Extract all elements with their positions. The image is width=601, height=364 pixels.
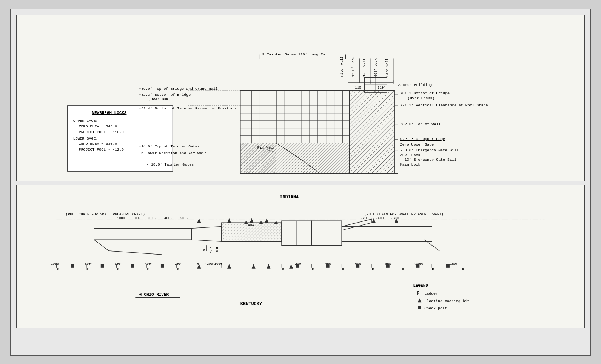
svg-text:R: R: [56, 267, 59, 271]
svg-rect-59: [349, 143, 394, 173]
svg-text:·200: ·200: [361, 216, 368, 220]
svg-text:1000·: 1000·: [117, 216, 127, 220]
svg-text:•89.0' Top of Bridge and Crane: •89.0' Top of Bridge and Crane Rail: [139, 87, 218, 91]
svg-text:LOWER GAGE:: LOWER GAGE:: [73, 136, 98, 140]
svg-rect-58: [240, 143, 350, 173]
svg-text:·400: ·400: [376, 216, 384, 220]
svg-text:◄ OHIO RIVER: ◄ OHIO RIVER: [139, 292, 169, 297]
svg-text:110': 110': [355, 86, 363, 90]
svg-text:PROJECT POOL   -  •10.0: PROJECT POOL - •10.0: [79, 130, 124, 134]
svg-rect-89: [19, 185, 582, 328]
svg-text:R: R: [312, 267, 314, 271]
svg-text:PROJECT POOL   -  •12.0: PROJECT POOL - •12.0: [79, 147, 124, 152]
svg-text:·600: ·600: [391, 216, 399, 220]
svg-text:ZERO ELEV     = 330.0: ZERO ELEV = 330.0: [79, 142, 117, 146]
svg-rect-170: [356, 264, 359, 267]
svg-text:Int. Wall: Int. Wall: [363, 58, 367, 76]
svg-text:LEGEND: LEGEND: [413, 283, 428, 287]
svg-text:•51.4' Bottom of Tainter Raise: •51.4' Bottom of Tainter Raised in Posit…: [139, 106, 236, 110]
svg-text:Floating mooring bit: Floating mooring bit: [424, 299, 469, 303]
svg-text:•82.3' Bottom of Bridge: •82.3' Bottom of Bridge: [139, 93, 191, 97]
svg-text:R: R: [146, 267, 149, 271]
svg-text:U.P. •10' Upper Gage: U.P. •10' Upper Gage: [400, 137, 445, 141]
svg-rect-165: [101, 264, 104, 267]
svg-text:H: H: [210, 246, 211, 250]
main-page: NEWBURGH LOCKS UPPER GAGE: ZERO ELEV = 3…: [10, 9, 591, 356]
svg-rect-191: [418, 306, 421, 309]
bottom-diagram: INDIANA (PULL CHAIN FOR SMALL PREASURE C…: [16, 185, 585, 328]
svg-text:·1000: ·1000: [212, 262, 222, 266]
svg-text:(PULL CHAIN FOR SMALL PREASURE: (PULL CHAIN FOR SMALL PREASURE CRAFT): [66, 212, 145, 216]
svg-text:R: R: [86, 267, 89, 271]
svg-text:- 13' Emergency Gate Sill: - 13' Emergency Gate Sill: [400, 158, 456, 162]
svg-text:800·: 800·: [133, 216, 140, 220]
svg-text:- 18.0' Tainter Gates: - 18.0' Tainter Gates: [146, 163, 194, 167]
svg-text:Aux. Lock: Aux. Lock: [400, 153, 421, 157]
svg-text:•71.3' Vertical Clearance at P: •71.3' Vertical Clearance at Pool Stage: [400, 103, 488, 107]
svg-text:(Over Dam): (Over Dam): [148, 97, 171, 101]
svg-text:0: 0: [203, 248, 205, 252]
svg-rect-171: [386, 264, 390, 267]
svg-text:INDIANA: INDIANA: [280, 194, 299, 200]
svg-rect-173: [446, 264, 450, 267]
svg-text:- 8.0' Emergency Gate Sill: - 8.0' Emergency Gate Sill: [400, 148, 459, 152]
svg-text:Zero Upper Gage: Zero Upper Gage: [400, 143, 434, 147]
svg-text:•81.3 Bottom of Bridge: •81.3 Bottom of Bridge: [400, 91, 450, 95]
svg-text:NEWBURGH LOCKS: NEWBURGH LOCKS: [92, 110, 127, 115]
svg-text:R: R: [417, 291, 419, 296]
svg-text:V: V: [216, 250, 218, 254]
svg-text:H: H: [216, 246, 218, 250]
svg-text:ZERO ELEV     = 348.0: ZERO ELEV = 348.0: [79, 124, 117, 128]
svg-rect-168: [296, 264, 299, 267]
svg-text:KENTUCKY: KENTUCKY: [240, 301, 262, 307]
svg-rect-167: [161, 264, 164, 267]
svg-text:600·: 600·: [115, 262, 123, 266]
svg-text:9 Tainter Gates 110' Long Ea.: 9 Tainter Gates 110' Long Ea.: [262, 52, 327, 56]
svg-text:•14.0' Top of Tainter Gates: •14.0' Top of Tainter Gates: [139, 144, 200, 149]
svg-text:Land Wall: Land Wall: [385, 58, 389, 76]
svg-rect-172: [416, 264, 419, 267]
svg-text:V: V: [210, 250, 212, 254]
svg-text:R: R: [342, 267, 344, 271]
svg-text:UPPER GAGE:: UPPER GAGE:: [73, 118, 98, 123]
svg-text:·200: ·200: [205, 262, 213, 266]
svg-text:200·: 200·: [180, 216, 188, 220]
svg-text:R: R: [282, 267, 284, 271]
svg-text:Main Lock: Main Lock: [400, 163, 421, 167]
svg-text:600' Lock: 600' Lock: [374, 58, 378, 76]
svg-text:In Lower Position and Fix Weir: In Lower Position and Fix Weir: [139, 151, 206, 155]
svg-rect-164: [71, 264, 74, 267]
svg-text:1200' Lock: 1200' Lock: [351, 56, 355, 77]
svg-text:R: R: [372, 267, 374, 271]
svg-text:1000·: 1000·: [51, 262, 61, 266]
svg-text:200·: 200·: [175, 262, 183, 266]
svg-text:(Over Locks): (Over Locks): [408, 96, 435, 100]
svg-rect-169: [326, 264, 330, 267]
svg-text:R: R: [462, 267, 464, 271]
svg-text:(PULL CHAIN FOR SMALL PREASURE: (PULL CHAIN FOR SMALL PREASURE CRAFT): [364, 212, 444, 216]
svg-text:R: R: [432, 267, 434, 271]
svg-text:400·: 400·: [145, 262, 153, 266]
svg-rect-166: [131, 264, 134, 267]
svg-text:River Wall: River Wall: [340, 56, 344, 77]
svg-text:400·: 400·: [164, 216, 172, 220]
svg-text:600·: 600·: [148, 216, 156, 220]
svg-text:Access Building: Access Building: [398, 83, 432, 87]
svg-text:Check post: Check post: [424, 306, 447, 310]
svg-text:Fix Weir: Fix Weir: [257, 146, 276, 150]
svg-text:R: R: [402, 267, 404, 271]
svg-text:110': 110': [378, 86, 385, 90]
top-diagram: NEWBURGH LOCKS UPPER GAGE: ZERO ELEV = 3…: [16, 15, 585, 181]
svg-text:800·: 800·: [85, 262, 92, 266]
svg-text:R: R: [117, 267, 119, 271]
svg-text:•32.0' Top of Wall: •32.0' Top of Wall: [400, 122, 441, 126]
svg-text:Ladder: Ladder: [424, 292, 438, 296]
svg-text:R: R: [177, 267, 179, 271]
svg-text:AHA: AHA: [248, 224, 254, 227]
